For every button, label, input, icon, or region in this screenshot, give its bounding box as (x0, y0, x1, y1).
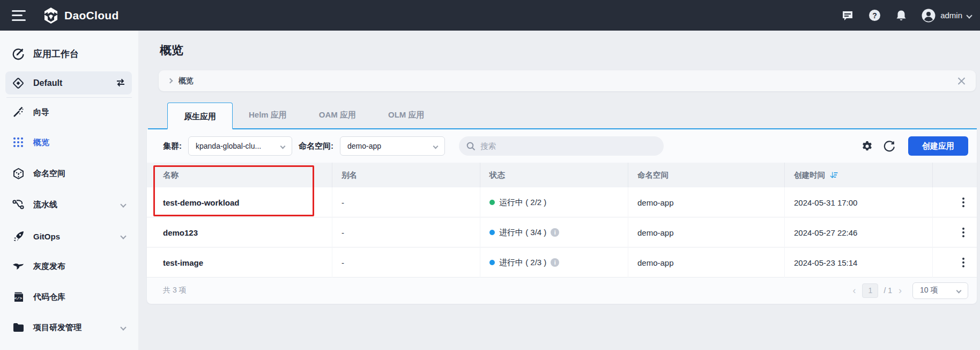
create-app-button[interactable]: 创建应用 (908, 136, 968, 156)
kebab-menu-icon[interactable] (957, 196, 970, 209)
chevron-down-icon (120, 233, 126, 239)
project-diamond-icon (12, 77, 25, 90)
cluster-label: 集群: (163, 141, 182, 151)
sidebar-workspace-header[interactable]: 应用工作台 (0, 43, 138, 64)
brand-name: DaoCloud (64, 9, 119, 22)
search-box (459, 136, 664, 156)
namespace-select[interactable]: demo-app (340, 136, 445, 156)
total-pages: / 1 (884, 286, 892, 295)
avatar-icon (922, 9, 936, 23)
app-created: 2024-05-23 15:14 (785, 247, 933, 278)
table-row[interactable]: test-demo-workload - 运行中 ( 2/2 ) demo-ap… (147, 187, 977, 217)
app-created: 2024-05-31 17:00 (785, 187, 933, 217)
daocloud-cube-icon (43, 7, 59, 24)
page-size-value: 10 项 (920, 286, 938, 295)
sidebar-project-default[interactable]: Default (0, 71, 138, 94)
close-icon[interactable] (957, 77, 966, 85)
status-dot-blue (489, 230, 495, 235)
user-menu[interactable]: admin (922, 9, 971, 23)
search-icon (466, 142, 476, 151)
app-alias: - (332, 217, 480, 247)
bird-icon (12, 260, 25, 273)
tab-bar: 原生应用 Helm 应用 OAM 应用 OLM 应用 (148, 101, 977, 129)
page-title: 概览 (160, 42, 183, 59)
app-name[interactable]: test-image (147, 247, 332, 278)
chevron-down-icon (120, 201, 126, 207)
app-status: 运行中 ( 2/2 ) (480, 187, 628, 217)
table-footer: 共 3 项 ‹ 1 / 1 › 10 项 (147, 278, 977, 303)
app-created: 2024-05-27 22:46 (785, 217, 933, 247)
info-icon[interactable]: i (551, 228, 559, 237)
sidebar: 应用工作台 Default 向导 概览 命名空间 (0, 31, 138, 350)
app-namespace: demo-app (628, 217, 785, 247)
breadcrumb-chevron-icon (168, 78, 173, 84)
sort-descending-icon[interactable] (830, 171, 838, 179)
total-count: 共 3 项 (163, 286, 187, 295)
sidebar-item-pipeline[interactable]: 流水线 (0, 194, 138, 215)
next-page-icon[interactable]: › (897, 286, 903, 295)
chevron-down-icon (433, 143, 439, 149)
tab-oam-app[interactable]: OAM 应用 (303, 101, 372, 128)
folder-icon (12, 321, 25, 334)
help-icon[interactable]: ? (868, 9, 881, 22)
main-content: 概览 概览 原生应用 Helm 应用 OAM 应用 OLM 应用 集群: kpa… (138, 31, 980, 350)
sidebar-item-label: 命名空间 (33, 169, 65, 179)
search-input[interactable] (480, 142, 641, 150)
table-row[interactable]: demo123 - 进行中 ( 3/4 ) i demo-app 2024-05… (147, 217, 977, 247)
cube-icon (12, 167, 25, 180)
table-header-row: 名称 别名 状态 命名空间 创建时间 (147, 163, 977, 187)
breadcrumb: 概览 (159, 70, 976, 91)
switch-project-icon[interactable] (115, 77, 127, 89)
tab-olm-app[interactable]: OLM 应用 (372, 101, 441, 128)
project-label: Default (33, 78, 62, 88)
row-actions (933, 187, 977, 217)
rocket-icon (12, 230, 25, 243)
grid-icon (12, 136, 25, 149)
sidebar-item-wizard[interactable]: 向导 (0, 101, 138, 123)
refresh-icon[interactable] (882, 139, 896, 153)
column-header-namespace: 命名空间 (628, 163, 785, 187)
info-icon[interactable]: i (551, 258, 559, 267)
sidebar-item-gitops[interactable]: GitOps (0, 225, 138, 247)
row-actions (933, 217, 977, 247)
kebab-menu-icon[interactable] (957, 256, 970, 269)
current-page-input[interactable]: 1 (862, 283, 878, 298)
chevron-down-icon (280, 143, 286, 149)
workspace-label: 应用工作台 (33, 48, 79, 60)
pipeline-icon (12, 198, 25, 211)
sidebar-item-namespace[interactable]: 命名空间 (0, 163, 138, 184)
sidebar-item-gray-release[interactable]: 灰度发布 (0, 256, 138, 277)
sidebar-item-project-mgmt[interactable]: 项目研发管理 (0, 317, 138, 338)
namespace-label: 命名空间: (299, 141, 333, 151)
messages-icon[interactable] (841, 9, 854, 22)
sidebar-item-code-repo[interactable]: </> 代码仓库 (0, 286, 138, 308)
settings-gear-icon[interactable] (860, 139, 874, 153)
table-row[interactable]: test-image - 进行中 ( 2/3 ) i demo-app 2024… (147, 247, 977, 278)
sidebar-item-overview[interactable]: 概览 (0, 132, 138, 153)
sidebar-item-label: 概览 (33, 137, 49, 148)
tab-helm-app[interactable]: Helm 应用 (233, 101, 303, 128)
kebab-menu-icon[interactable] (957, 226, 970, 239)
cluster-select[interactable]: kpanda-global-clu... (188, 136, 292, 156)
hamburger-menu-icon[interactable] (12, 10, 26, 21)
app-name[interactable]: test-demo-workload (147, 187, 332, 217)
app-list-card: 集群: kpanda-global-clu... 命名空间: demo-app (147, 129, 977, 304)
sidebar-item-label: GitOps (33, 232, 60, 241)
row-actions (933, 247, 977, 278)
chevron-down-icon (956, 288, 962, 293)
notifications-bell-icon[interactable] (895, 9, 908, 22)
column-header-created[interactable]: 创建时间 (785, 163, 933, 187)
chevron-down-icon (120, 324, 126, 330)
previous-page-icon[interactable]: ‹ (851, 286, 857, 295)
workbench-edit-circle-icon (12, 47, 25, 60)
sidebar-item-label: 代码仓库 (33, 292, 65, 302)
app-name[interactable]: demo123 (147, 217, 332, 247)
column-header-name: 名称 (147, 163, 332, 187)
page-size-select[interactable]: 10 项 (912, 282, 968, 299)
tab-native-app[interactable]: 原生应用 (167, 103, 233, 129)
namespace-select-value: demo-app (347, 142, 381, 150)
filter-row: 集群: kpanda-global-clu... 命名空间: demo-app (147, 129, 977, 163)
wand-icon (12, 106, 25, 119)
topbar: DaoCloud ? admin (0, 0, 980, 31)
brand-logo: DaoCloud (43, 7, 119, 24)
